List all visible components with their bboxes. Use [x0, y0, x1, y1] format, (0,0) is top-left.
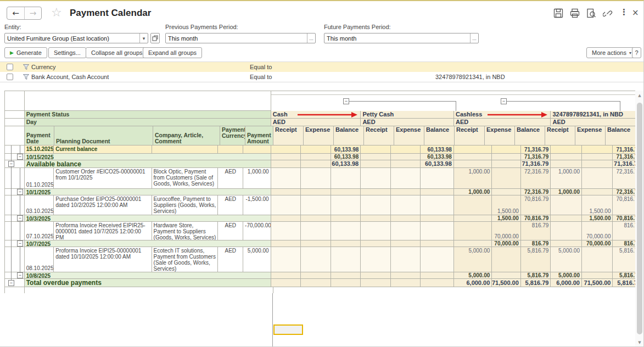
cell-cashless-balance[interactable]: 72,316.79: [521, 168, 551, 189]
column-group-header[interactable]: Petty Cash: [361, 111, 454, 119]
cell-row-label[interactable]: Current balance: [54, 145, 152, 154]
cell-nbd-expense[interactable]: [582, 154, 613, 160]
cell-cash-balance[interactable]: [331, 189, 361, 195]
expand-all-groups-button[interactable]: Expand all groups: [143, 47, 202, 58]
cell-petty-balance[interactable]: [421, 272, 454, 279]
cell-nbd-expense[interactable]: [582, 189, 613, 195]
cell-petty-receipt[interactable]: [361, 215, 391, 222]
cell-nbd-receipt[interactable]: 6,000.00: [551, 279, 582, 287]
cell-nbd-receipt[interactable]: 1,000.00: [551, 168, 582, 189]
cell-cash-expense[interactable]: [301, 145, 331, 154]
cell-cashless-expense[interactable]: 71,500.00: [492, 279, 521, 287]
cell-cash-receipt[interactable]: [271, 195, 301, 215]
cell-company[interactable]: Eurocoffee, Payment to Suppliers (Goods,…: [152, 195, 219, 215]
cell-amount[interactable]: -70,000.00: [243, 222, 271, 240]
cell-nbd-balance[interactable]: 816.79: [613, 240, 635, 247]
cell-petty-receipt[interactable]: [361, 279, 391, 287]
cell-nbd-expense[interactable]: 71,500.00: [582, 279, 613, 287]
cell-payment-date[interactable]: 03.10.2025: [25, 195, 54, 215]
cell-cashless-expense[interactable]: 70,000.00: [492, 240, 521, 247]
cell-petty-receipt[interactable]: [361, 240, 391, 247]
cell-petty-balance[interactable]: [421, 189, 454, 195]
cell-cash-balance[interactable]: [331, 240, 361, 247]
row-group-collapse-button[interactable]: −: [17, 215, 23, 221]
cell-nbd-receipt[interactable]: [551, 195, 582, 215]
cell-nbd-balance[interactable]: 816.79: [613, 222, 635, 240]
cell-nbd-receipt[interactable]: 5,000.00: [551, 272, 582, 279]
cell-nbd-expense[interactable]: [582, 168, 613, 189]
cell-petty-expense[interactable]: [391, 189, 421, 195]
cell-cashless-expense[interactable]: 1,500.00: [492, 195, 521, 215]
cell-nbd-receipt[interactable]: [551, 222, 582, 240]
cell-petty-balance[interactable]: [421, 279, 454, 287]
cell-cash-balance[interactable]: [331, 247, 361, 272]
cell-cash-balance[interactable]: [331, 195, 361, 215]
cell-nbd-balance[interactable]: 70,816.79: [613, 195, 635, 215]
cell-nbd-balance[interactable]: 72,316.79: [613, 189, 635, 195]
cell-nbd-balance[interactable]: 71,316.79: [613, 160, 635, 168]
selected-cell[interactable]: [273, 324, 303, 335]
cell-cashless-balance[interactable]: 71,316.79: [521, 154, 551, 160]
cell-cashless-receipt[interactable]: [454, 240, 492, 247]
cell-petty-expense[interactable]: [391, 215, 421, 222]
filter-row-bank-account[interactable]: Bank Account, Cash Account Equal to 3247…: [0, 72, 644, 82]
more-actions-button[interactable]: More actions▾: [586, 47, 637, 58]
cell-cashless-expense[interactable]: 1,500.00: [492, 215, 521, 222]
cell-amount[interactable]: 5,000.00: [243, 247, 271, 272]
filter-checkbox[interactable]: [7, 64, 13, 70]
cell-cash-expense[interactable]: [301, 215, 331, 222]
cell-cash-receipt[interactable]: [271, 168, 301, 189]
cell-cashless-receipt[interactable]: [454, 195, 492, 215]
entity-input[interactable]: [5, 33, 139, 43]
cell-cashless-balance[interactable]: 72,316.79: [521, 189, 551, 195]
favorite-star-icon[interactable]: ☆: [51, 5, 62, 19]
collapse-all-groups-button[interactable]: Collapse all groups: [86, 47, 148, 58]
cell-petty-expense[interactable]: [391, 145, 421, 154]
cell-cash-receipt[interactable]: [271, 189, 301, 195]
cell-cashless-balance[interactable]: 70,816.79: [521, 195, 551, 215]
forward-button[interactable]: →: [24, 7, 41, 19]
future-period-more-button[interactable]: ...: [470, 33, 478, 43]
cell-nbd-balance[interactable]: 5,816.79: [613, 247, 635, 272]
cell-nbd-expense[interactable]: 70,000.00: [582, 240, 613, 247]
cell-cash-receipt[interactable]: [271, 215, 301, 222]
cell-petty-balance[interactable]: [421, 195, 453, 215]
filter-checkbox[interactable]: [7, 74, 13, 80]
cell-cashless-receipt[interactable]: 6,000.00: [454, 279, 492, 287]
column-group-header[interactable]: 32478978921341, in NBD: [551, 111, 635, 119]
cell-cashless-receipt[interactable]: [454, 160, 492, 168]
scroll-down-icon[interactable]: ▼: [635, 339, 644, 346]
filter-row-currency[interactable]: Currency Equal to: [0, 62, 644, 72]
cell-company[interactable]: Hardware Store, Payment to Suppliers (Go…: [152, 222, 219, 240]
column-group-collapse-button[interactable]: −: [501, 98, 507, 104]
cell-cashless-receipt[interactable]: [454, 215, 492, 222]
cell-petty-balance[interactable]: [421, 247, 453, 272]
cell-petty-balance[interactable]: 60,133.98: [421, 145, 453, 154]
cell-cash-balance[interactable]: 60,133.98: [331, 145, 361, 154]
previous-period-input[interactable]: [166, 33, 307, 43]
cell-cashless-receipt[interactable]: [454, 222, 492, 240]
cell-planning-document[interactable]: Proforma Invoice EIPI25-00000001 dated 1…: [54, 247, 152, 272]
cell-cash-expense[interactable]: [301, 222, 331, 240]
group-row-label[interactable]: Available balance: [25, 160, 271, 168]
cell-cash-receipt[interactable]: [271, 247, 301, 272]
cell-nbd-receipt[interactable]: [551, 215, 582, 222]
row-group-collapse-button[interactable]: −: [8, 280, 14, 286]
cell-nbd-expense[interactable]: 1,500.00: [582, 215, 613, 222]
cell-cashless-balance[interactable]: 71,316.79: [521, 145, 551, 154]
cell-cash-receipt[interactable]: [271, 279, 301, 287]
cell-nbd-receipt[interactable]: [551, 154, 582, 160]
cell-cash-receipt[interactable]: [271, 160, 301, 168]
cell-cashless-expense[interactable]: [492, 189, 521, 195]
cell-currency[interactable]: AED: [218, 247, 243, 272]
cell-cash-expense[interactable]: [301, 247, 331, 272]
cell-cash-expense[interactable]: [301, 154, 331, 160]
cell-cash-balance[interactable]: [331, 168, 361, 189]
cell-nbd-balance[interactable]: 5,816.79: [613, 279, 635, 287]
cell-cashless-receipt[interactable]: 1,000.00: [454, 189, 492, 195]
cell-nbd-receipt[interactable]: [551, 240, 582, 247]
cell-petty-expense[interactable]: [391, 168, 421, 189]
cell-cash-expense[interactable]: [301, 189, 331, 195]
cell-nbd-expense[interactable]: 70,000.00: [582, 222, 613, 240]
cell-cash-receipt[interactable]: [271, 145, 301, 154]
